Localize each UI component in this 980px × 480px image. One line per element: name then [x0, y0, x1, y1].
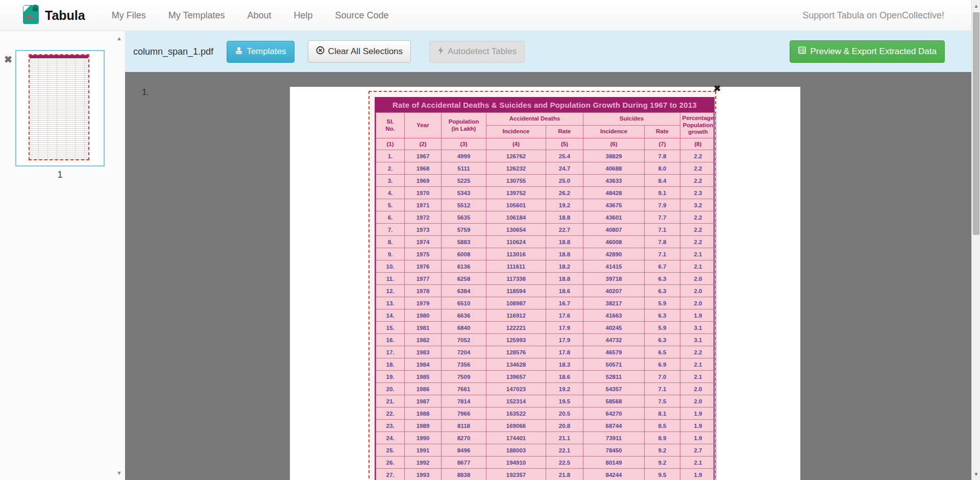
table-cell: 8.9: [645, 432, 680, 444]
table-cell: 1989: [405, 420, 442, 432]
table-cell: 130654: [486, 224, 546, 236]
col-header-percentage-growth: Percentage Population growth: [680, 113, 716, 138]
scrollbar-up-icon[interactable]: ▲: [972, 3, 980, 9]
table-row: 8.1974588311062418.8460087.82.2: [376, 236, 716, 248]
clear-circle-x-icon: [316, 46, 325, 57]
table-cell: 18.8: [546, 273, 583, 285]
table-cell: 6384: [442, 285, 486, 297]
nav-about[interactable]: About: [236, 10, 282, 21]
scrollbar-thumb[interactable]: [973, 12, 979, 235]
table-cell: 6510: [442, 297, 486, 309]
templates-button[interactable]: Templates: [227, 41, 294, 63]
table-cell: 126762: [486, 150, 546, 162]
table-cell: 5.: [376, 199, 405, 211]
table-cell: 7052: [442, 334, 486, 346]
templates-button-label: Templates: [247, 46, 286, 57]
nav-source-code[interactable]: Source Code: [324, 10, 400, 21]
table-cell: 18.6: [546, 371, 583, 383]
table-cell: 11.: [376, 273, 405, 285]
support-link[interactable]: Support Tabula on OpenCollective!: [802, 10, 944, 21]
table-cell: 3.: [376, 175, 405, 187]
window-scrollbar[interactable]: ▲ ▼: [971, 0, 980, 480]
table-cell: 8270: [442, 432, 486, 444]
column-number-cell: (1): [376, 138, 405, 150]
table-row: 14.1980663611691217.6416636.31.9: [376, 309, 716, 322]
table-cell: 27.: [376, 469, 405, 480]
table-cell: 122221: [486, 322, 546, 334]
nav-my-files[interactable]: My Files: [101, 10, 157, 21]
table-cell: 125993: [486, 334, 546, 346]
table-cell: 1969: [405, 175, 442, 187]
table-cell: 6.3: [645, 334, 680, 346]
page-thumbnail[interactable]: [15, 50, 105, 166]
table-cell: 9.2: [645, 457, 680, 469]
table-cell: 108987: [486, 297, 546, 309]
table-row: 27.1993883819235721.8842449.51.9: [376, 469, 716, 480]
export-button-label: Preview & Export Extracted Data: [810, 46, 937, 57]
remove-page-icon[interactable]: ✖: [4, 54, 12, 65]
col-header-s-incidence: Incidence: [583, 126, 645, 138]
table-cell: 7.: [376, 224, 405, 236]
table-cell: 5883: [442, 236, 486, 248]
clear-all-selections-button[interactable]: Clear All Selections: [308, 40, 411, 63]
table-cell: 139752: [486, 187, 546, 199]
col-header-ad-incidence: Incidence: [486, 126, 546, 138]
table-cell: 110624: [486, 236, 546, 248]
thumbnail-selection-overlay: [29, 54, 89, 160]
table-cell: 9.5: [645, 469, 680, 480]
table-cell: 38217: [583, 297, 645, 309]
tabula-pdf-icon: [22, 4, 40, 27]
export-table-icon: [798, 46, 806, 57]
table-cell: 18.8: [546, 236, 583, 248]
table-cell: 2.0: [680, 383, 716, 395]
table-cell: 21.8: [546, 469, 583, 480]
table-cell: 2.0: [680, 285, 716, 297]
column-number-cell: (7): [645, 138, 680, 150]
table-cell: 18.8: [546, 248, 583, 260]
table-cell: 24.: [376, 432, 405, 444]
table-row: 22.1988796616352220.5642708.11.9: [376, 407, 716, 420]
table-cell: 17.9: [546, 334, 583, 346]
col-group-suicides: Suicides: [583, 113, 680, 126]
table-cell: 8677: [442, 457, 486, 469]
pdf-page[interactable]: ✖ Rate of Accidental Deaths & Suicides a…: [290, 87, 800, 480]
col-header-population: Population (in Lakh): [442, 113, 486, 138]
table-cell: 39718: [583, 273, 645, 285]
table-cell: 40807: [583, 224, 645, 236]
table-cell: 38829: [583, 150, 645, 162]
nav-help[interactable]: Help: [282, 10, 324, 21]
table-cell: 7.1: [645, 224, 680, 236]
table-cell: 163522: [486, 407, 546, 420]
col-header-year: Year: [405, 113, 442, 138]
selection-close-icon[interactable]: ✖: [714, 83, 721, 94]
table-cell: 6.3: [645, 273, 680, 285]
nav-my-templates[interactable]: My Templates: [157, 10, 236, 21]
table-cell: 52811: [583, 371, 645, 383]
autodetect-tables-button[interactable]: Autodetect Tables: [429, 41, 525, 63]
tabula-logo[interactable]: Tabula: [22, 4, 85, 27]
table-row: 17.1983720412857617.8465796.52.2: [376, 346, 716, 358]
table-cell: 21.1: [546, 432, 583, 444]
table-cell: 7.8: [645, 236, 680, 248]
column-number-cell: (5): [546, 138, 583, 150]
sidebar-scroll-up-icon[interactable]: ▲: [116, 35, 122, 41]
table-cell: 8.0: [645, 162, 680, 175]
scrollbar-down-icon[interactable]: ▼: [972, 471, 980, 477]
table-cell: 64270: [583, 407, 645, 420]
table-cell: 2.0: [680, 273, 716, 285]
table-cell: 1977: [405, 273, 442, 285]
table-cell: 9.: [376, 248, 405, 260]
sidebar-scroll-down-icon[interactable]: ▼: [116, 470, 122, 476]
table-cell: 2.0: [680, 297, 716, 309]
pdf-table: Rate of Accidental Deaths & Suicides and…: [375, 97, 715, 480]
table-row: 3.1969522513075525.0436338.42.2: [376, 175, 716, 187]
table-cell: 1.9: [680, 420, 716, 432]
table-cell: 8.: [376, 236, 405, 248]
preview-export-button[interactable]: Preview & Export Extracted Data: [790, 40, 945, 63]
table-cell: 6.: [376, 211, 405, 224]
table-cell: 20.8: [546, 420, 583, 432]
table-cell: 1983: [405, 346, 442, 358]
table-cell: 84244: [583, 469, 645, 480]
table-cell: 113016: [486, 248, 546, 260]
table-cell: 1.9: [680, 432, 716, 444]
